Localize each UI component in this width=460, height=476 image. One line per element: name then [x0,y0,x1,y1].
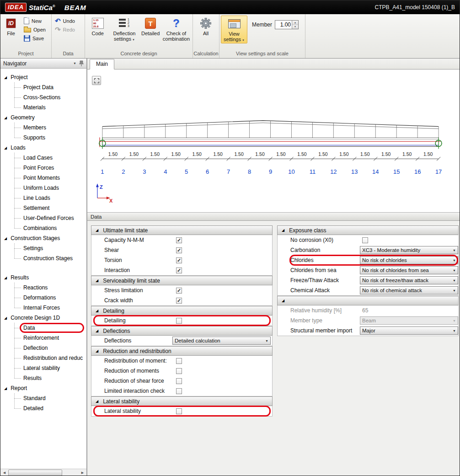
nav-item-deflection[interactable]: Deflection [0,343,86,353]
spin-up-button[interactable]: ▲ [292,21,298,25]
open-button[interactable]: Open [22,25,48,34]
nav-item-user-defined-forces[interactable]: User-Defined Forces [0,213,86,223]
carbonation-dropdown[interactable]: XC3 - Moderate humidity▼ [360,246,458,254]
section-header-detailing[interactable]: ◢Detailing [91,306,273,316]
nav-item-internal-forces[interactable]: Internal Forces [0,303,86,313]
nav-item-materials[interactable]: Materials [0,102,86,112]
property-label: Detailing [104,317,126,324]
nav-item-point-moments[interactable]: Point Moments [0,173,86,183]
nav-group-row-loads[interactable]: ◢Loads [0,143,86,153]
nav-item-data[interactable]: Data [0,323,86,333]
view-settings-button[interactable]: View settings▼ [221,16,247,43]
member-type-dropdown[interactable]: Beam▼ [360,316,458,325]
calculate-all-button[interactable]: All [194,16,217,36]
no-corrosion-x0-checkbox[interactable] [362,237,368,243]
deflection-settings-button[interactable]: 1 2 3 Deflection settings▼ [109,16,139,43]
nav-item-combinations[interactable]: Combinations [0,223,86,233]
zoom-fit-button[interactable] [92,76,101,85]
save-button[interactable]: Save [22,34,48,43]
registered-mark: ® [53,4,55,8]
chlorides-from-sea-dropdown[interactable]: No risk of chlorides from sea▼ [360,266,458,274]
nav-item-settlement[interactable]: Settlement [0,203,86,213]
beam-viewport[interactable]: 12345678910111213141516171.501.501.501.5… [87,70,460,213]
nav-item-cross-sections[interactable]: Cross-Sections [0,92,86,102]
nav-group-concrete-design-1d: ◢Concrete Design 1DDataReinforcementDefl… [0,313,86,383]
nav-group-row-results[interactable]: ◢Results [0,273,86,283]
nav-group-row-concrete-design-1d[interactable]: ◢Concrete Design 1D [0,313,86,323]
scroll-right-button[interactable]: ▶ [79,469,86,476]
spin-down-button[interactable]: ▼ [292,25,298,29]
chevron-down-icon[interactable]: ▼ [73,62,76,65]
nav-item-results[interactable]: Results [0,373,86,383]
ribbon-group-data: ↶ Undo ↷ Redo Data [52,14,85,58]
limited-interaction-check-checkbox[interactable] [176,388,182,394]
nav-item-uniform-loads[interactable]: Uniform Loads [0,183,86,193]
stress-limitation-checkbox[interactable] [176,288,182,294]
nav-item-project-data[interactable]: Project Data [0,82,86,92]
nav-item-line-loads[interactable]: Line Loads [0,193,86,203]
section-header-reduction-and-redistribution[interactable]: ◢Reduction and redistribution [91,346,273,356]
nav-item-deformations[interactable]: Deformations [0,293,86,303]
nav-item-reinforcement[interactable]: Reinforcement [0,333,86,343]
structural-member-import-dropdown[interactable]: Major▼ [360,326,458,335]
property-label: Freeze/Thaw Attack [290,277,339,283]
undo-button[interactable]: ↶ Undo [53,16,77,25]
nav-item-members[interactable]: Members [0,123,86,133]
nav-item-standard[interactable]: Standard [0,393,86,403]
section-header-lateral-stability[interactable]: ◢Lateral stability [91,396,273,406]
section-header-ultimate-limit-state[interactable]: ◢Ultimate limit state [91,225,273,235]
nav-group-row-project[interactable]: ◢Project [0,72,86,82]
nav-group-label: Report [11,385,27,391]
freeze-thaw-attack-dropdown[interactable]: No risk of freeze/thaw attack▼ [360,276,458,284]
nav-group-label: Concrete Design 1D [11,315,60,321]
section-header-serviceability-limit-state[interactable]: ◢Serviceability limit state [91,276,273,285]
nav-item-reactions[interactable]: Reactions [0,283,86,293]
shear-checkbox[interactable] [176,247,182,253]
nav-group-row-geometry[interactable]: ◢Geometry [0,112,86,123]
check-of-combination-button[interactable]: ? Check of combination [161,16,191,42]
dropdown-value: Major [360,328,451,333]
nav-item-detailed[interactable]: Detailed [0,403,86,413]
nav-item-settings[interactable]: Settings [0,243,86,253]
new-button[interactable]: New [22,16,48,25]
file-button[interactable]: ID File [2,16,20,36]
nav-item-load-cases[interactable]: Load Cases [0,153,86,163]
module-name: BEAM [64,4,86,11]
nav-item-lateral-stability[interactable]: Lateral stability [0,363,86,373]
section-header-exposure-class[interactable]: ◢Exposure class [277,225,459,235]
nav-item-redistribution-and-reduc[interactable]: Redistribution and reduc [0,353,86,363]
scroll-left-button[interactable]: ◀ [0,469,8,476]
nav-group-row-construction-stages[interactable]: ◢Construction Stages [0,233,86,243]
chevron-down-icon: ▼ [451,319,458,322]
nav-item-supports[interactable]: Supports [0,133,86,143]
interaction-checkbox[interactable] [176,267,182,273]
torsion-checkbox[interactable] [176,257,182,263]
ribbon-group-calculation: All Calculation [193,14,219,58]
reduction-of-shear-force-checkbox[interactable] [176,378,182,384]
redo-button[interactable]: ↷ Redo [53,25,77,34]
nav-group-row-report[interactable]: ◢Report [0,383,86,393]
tab-main[interactable]: Main [90,59,114,70]
member-scale-input[interactable] [275,21,292,29]
deflections-dropdown[interactable]: Detailed calculation▼ [172,337,271,345]
section-header-deflections[interactable]: ◢Deflections [91,326,273,336]
nav-group-label: Construction Stages [11,235,60,241]
capacity-n-m-m-checkbox[interactable] [176,237,182,243]
detailed-button[interactable]: T Detailed [139,16,161,36]
nav-item-construction-stages[interactable]: Construction Stages [0,253,86,263]
lateral-stability-checkbox[interactable] [176,408,182,414]
property-label: Lateral stability [104,408,141,414]
nav-item-label: Deformations [23,294,56,301]
redistribution-of-moment-checkbox[interactable] [176,358,182,364]
reduction-of-moments-checkbox[interactable] [176,368,182,374]
scrollbar-track[interactable] [62,469,79,476]
scrollbar-thumb[interactable] [8,470,62,476]
chlorides-dropdown[interactable]: No risk of chlorides▼ [360,256,458,264]
chemical-attack-dropdown[interactable]: No risk of chemical attack▼ [360,286,458,294]
nav-item-point-forces[interactable]: Point Forces [0,163,86,173]
section-header-blank[interactable]: ◢ [277,296,459,305]
crack-width-checkbox[interactable] [176,298,182,304]
code-button[interactable]: 1.15 90 25.8 Code [86,16,109,36]
pin-icon[interactable] [79,60,84,67]
detailing-checkbox[interactable] [176,318,182,324]
